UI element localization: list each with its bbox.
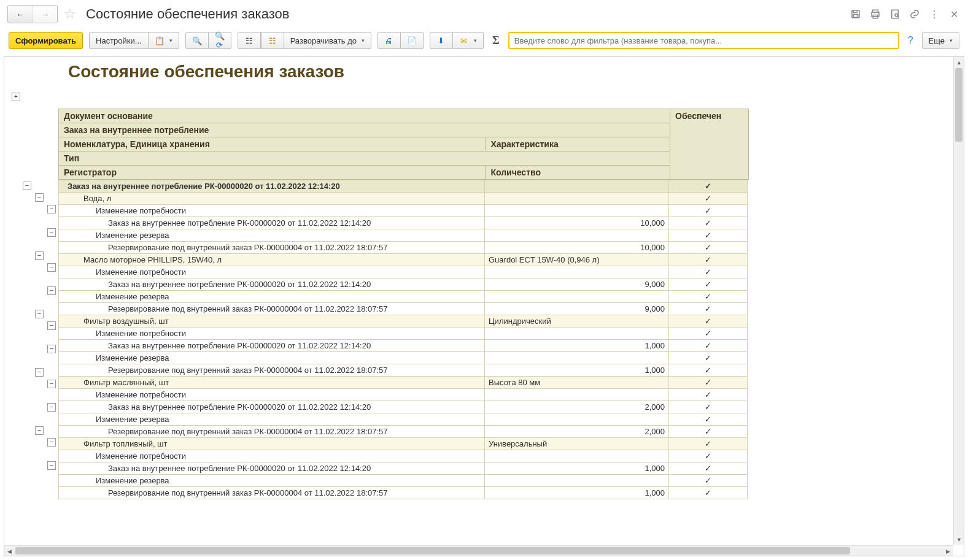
tree-collapse-toggle[interactable]: − <box>47 286 56 295</box>
link-icon[interactable] <box>908 7 921 21</box>
scroll-right-icon[interactable]: ▶ <box>943 546 953 556</box>
row-provided: ✓ <box>669 180 748 193</box>
horizontal-scrollbar[interactable]: ◀ ▶ <box>4 545 953 556</box>
row-text: Изменение потребности <box>59 450 485 462</box>
table-row[interactable]: Резервирование под внутренний заказ РК-0… <box>59 242 748 254</box>
row-char-or-qty: 10,000 <box>485 217 669 229</box>
row-provided: ✓ <box>669 242 748 254</box>
help-icon[interactable]: ? <box>905 35 916 46</box>
row-char-or-qty <box>485 475 669 487</box>
hscroll-thumb[interactable] <box>15 547 850 554</box>
table-row[interactable]: Изменение резерва✓ <box>59 475 748 487</box>
tree-collapse-toggle[interactable]: − <box>47 438 56 447</box>
scroll-left-icon[interactable]: ◀ <box>4 546 15 556</box>
tree-collapse-toggle[interactable]: − <box>47 205 56 213</box>
settings-button[interactable]: Настройки... <box>89 32 149 49</box>
checkmark-icon: ✓ <box>705 218 711 228</box>
tree-collapse-toggle[interactable]: − <box>47 403 56 412</box>
tree-collapse-toggle[interactable]: − <box>47 321 56 330</box>
table-row[interactable]: Заказ на внутреннее потребление РК-00000… <box>59 462 748 475</box>
close-icon[interactable]: ✕ <box>947 7 961 21</box>
table-row[interactable]: Заказ на внутреннее потребление РК-00000… <box>59 401 748 413</box>
print-preview-button[interactable]: 📄 <box>401 32 424 49</box>
tree-collapse-toggle[interactable]: − <box>35 426 44 435</box>
row-char-or-qty <box>485 352 669 364</box>
hdr-registrar: Регистратор <box>59 166 486 180</box>
find-button[interactable]: 🔍 <box>185 32 209 49</box>
table-row[interactable]: Фильтр топливный, штУниверсальный✓ <box>59 438 748 450</box>
expand-groups-button[interactable]: ☷ <box>261 32 284 49</box>
checkmark-icon: ✓ <box>705 316 711 326</box>
table-row[interactable]: Резервирование под внутренний заказ РК-0… <box>59 487 748 499</box>
tree-collapse-toggle[interactable]: − <box>35 193 44 202</box>
expand-to-button[interactable]: Разворачивать до <box>284 32 371 49</box>
collapse-groups-button[interactable]: ☷ <box>238 32 261 49</box>
list-expand-icon: ☷ <box>268 36 277 45</box>
settings-variant-button[interactable]: 📋 <box>149 32 179 49</box>
table-row[interactable]: Изменение потребности✓ <box>59 205 748 217</box>
tree-collapse-toggle[interactable]: − <box>47 461 56 470</box>
tree-collapse-toggle[interactable]: − <box>47 228 56 237</box>
print-button[interactable]: 🖨 <box>378 32 401 49</box>
vscroll-thumb[interactable] <box>955 68 962 142</box>
table-row[interactable]: Фильтр маслянный, штВысота 80 мм✓ <box>59 377 748 389</box>
row-provided: ✓ <box>669 352 748 364</box>
table-row[interactable]: Изменение потребности✓ <box>59 328 748 340</box>
tree-collapse-toggle[interactable]: − <box>23 182 31 190</box>
tree-collapse-toggle[interactable]: − <box>47 380 56 388</box>
row-char-or-qty: 10,000 <box>485 242 669 254</box>
table-row[interactable]: Вода, л✓ <box>59 193 748 205</box>
tree-collapse-toggle[interactable]: − <box>35 310 44 318</box>
table-row[interactable]: Масло моторное PHILLIPS, 15W40, лGuardol… <box>59 254 748 266</box>
table-row[interactable]: Резервирование под внутренний заказ РК-0… <box>59 426 748 438</box>
table-row[interactable]: Заказ на внутреннее потребление РК-00000… <box>59 278 748 291</box>
tree-collapse-toggle[interactable]: − <box>47 345 56 353</box>
table-row[interactable]: Заказ на внутреннее потребление РК-00000… <box>59 340 748 352</box>
checkmark-icon: ✓ <box>705 378 711 387</box>
filter-input[interactable] <box>508 32 899 49</box>
refresh-find-button[interactable]: 🔍⟳ <box>209 32 231 49</box>
tree-collapse-toggle[interactable]: − <box>47 263 56 272</box>
row-text: Изменение резерва <box>59 229 485 242</box>
tree-collapse-toggle[interactable]: − <box>35 368 44 377</box>
table-row[interactable]: Заказ на внутреннее потребление РК-00000… <box>59 180 748 193</box>
scroll-down-icon[interactable]: ▼ <box>954 534 964 545</box>
save-icon[interactable] <box>849 7 862 21</box>
row-text: Изменение потребности <box>59 266 485 278</box>
table-row[interactable]: Резервирование под внутренний заказ РК-0… <box>59 364 748 377</box>
tree-collapse-toggle[interactable]: − <box>35 251 44 260</box>
scroll-up-icon[interactable]: ▲ <box>954 57 964 67</box>
table-row[interactable]: Фильтр воздушный, штЦилиндрический✓ <box>59 315 748 328</box>
row-provided: ✓ <box>669 315 748 328</box>
table-row[interactable]: Резервирование под внутренний заказ РК-0… <box>59 303 748 315</box>
toolbar: Сформировать Настройки... 📋 🔍 🔍⟳ ☷ ☷ Раз… <box>0 28 968 53</box>
row-text: Изменение резерва <box>59 352 485 364</box>
generate-button[interactable]: Сформировать <box>9 32 83 49</box>
kebab-menu-icon[interactable]: ⋮ <box>927 7 941 21</box>
checkmark-icon: ✓ <box>705 206 711 215</box>
table-row[interactable]: Изменение потребности✓ <box>59 266 748 278</box>
favorite-star-icon[interactable]: ☆ <box>63 7 77 21</box>
table-row[interactable]: Изменение потребности✓ <box>59 450 748 462</box>
sum-button[interactable]: Σ <box>490 34 502 47</box>
vertical-scrollbar[interactable]: ▲ ▼ <box>953 57 964 545</box>
arrow-right-icon: → <box>41 9 50 19</box>
checkmark-icon: ✓ <box>705 439 711 448</box>
expand-all-toggle[interactable]: + <box>12 93 20 101</box>
table-row[interactable]: Изменение резерва✓ <box>59 352 748 364</box>
row-text: Резервирование под внутренний заказ РК-0… <box>59 242 485 254</box>
forward-button[interactable]: → <box>33 6 57 23</box>
print-icon[interactable] <box>869 7 882 21</box>
table-row[interactable]: Изменение резерва✓ <box>59 413 748 426</box>
more-button[interactable]: Еще <box>922 32 959 49</box>
checkmark-icon: ✓ <box>705 476 711 485</box>
table-row[interactable]: Изменение потребности✓ <box>59 389 748 401</box>
save-file-button[interactable]: ⬇ <box>430 32 453 49</box>
back-button[interactable]: ← <box>8 6 33 23</box>
table-row[interactable]: Заказ на внутреннее потребление РК-00000… <box>59 217 748 229</box>
table-row[interactable]: Изменение резерва✓ <box>59 291 748 303</box>
send-email-button[interactable]: ✉ <box>453 32 484 49</box>
page-preview-icon[interactable] <box>888 7 902 21</box>
table-row[interactable]: Изменение резерва✓ <box>59 229 748 242</box>
checkmark-icon: ✓ <box>705 280 711 289</box>
